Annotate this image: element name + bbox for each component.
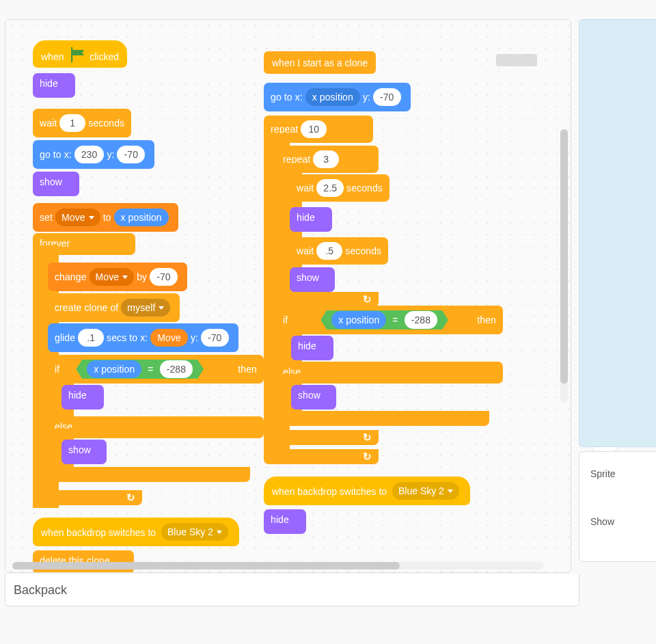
label: show xyxy=(297,273,319,282)
label: show xyxy=(40,177,62,187)
input-y[interactable]: -70 xyxy=(201,329,229,347)
var-dropdown[interactable]: Move xyxy=(90,268,135,286)
label: hide xyxy=(40,79,58,88)
reporter-xposition[interactable]: x position xyxy=(331,311,386,329)
reporter-xposition[interactable]: x position xyxy=(87,360,141,378)
input-val[interactable]: -70 xyxy=(150,268,178,286)
input-count[interactable]: 10 xyxy=(301,120,327,138)
label: if xyxy=(283,315,288,325)
label: go to x: xyxy=(271,92,303,102)
block-show[interactable]: show xyxy=(33,172,79,196)
block-show[interactable]: show xyxy=(291,385,336,410)
block-wait[interactable]: wait 1 seconds xyxy=(33,109,131,137)
label: seconds xyxy=(345,246,381,256)
dd-label: Blue Sky 2 xyxy=(398,485,444,496)
input-count[interactable]: 3 xyxy=(313,150,339,168)
label: hide xyxy=(271,515,289,524)
reporter-xposition[interactable]: x position xyxy=(114,209,169,226)
block-wait[interactable]: wait .5 seconds xyxy=(290,237,388,265)
label: show xyxy=(68,445,91,455)
forever-foot: ↻ xyxy=(33,490,142,505)
label: hide xyxy=(68,390,87,400)
label: when xyxy=(41,51,64,62)
label: wait xyxy=(297,246,314,256)
hat-backdrop-switches[interactable]: when backdrop switches to Blue Sky 2 xyxy=(33,518,239,546)
block-goto-xy[interactable]: go to x: 230 y: -70 xyxy=(33,140,154,169)
input-x[interactable]: 230 xyxy=(74,146,105,163)
block-hide[interactable]: hide xyxy=(264,509,306,534)
label: seconds xyxy=(88,118,124,128)
block-else[interactable]: else xyxy=(276,362,503,384)
wait-value[interactable]: .5 xyxy=(316,242,342,260)
workspace-frame: when clicked hide wait 1 seconds go to x… xyxy=(5,19,571,573)
label: create clone of xyxy=(55,303,118,312)
scrollbar-vertical[interactable] xyxy=(560,129,568,403)
sprite-label: Sprite xyxy=(590,468,616,479)
label: hide xyxy=(297,213,315,222)
block-hide[interactable]: hide xyxy=(62,385,104,410)
block-change-var[interactable]: change Move by -70 xyxy=(48,263,187,291)
loop-arrow-icon: ↻ xyxy=(126,492,135,504)
input-y[interactable]: -70 xyxy=(373,88,401,106)
label: when I start as a clone xyxy=(272,57,368,68)
var-dropdown[interactable]: Move xyxy=(55,209,100,226)
block-hide[interactable]: hide xyxy=(291,336,333,360)
block-glide[interactable]: glide .1 secs to x: Move y: -70 xyxy=(48,323,238,352)
backpack-panel[interactable]: Backpack xyxy=(5,574,579,606)
operator-equals[interactable]: x position = -288 xyxy=(320,310,448,330)
scrollbar-thumb[interactable] xyxy=(560,129,568,384)
label: when backdrop switches to xyxy=(272,486,387,497)
loop-arrow-icon: ↻ xyxy=(363,451,372,463)
label: change xyxy=(55,272,87,282)
block-else[interactable]: else xyxy=(48,416,264,438)
backdrop-dropdown[interactable]: Blue Sky 2 xyxy=(392,482,459,500)
block-set-var[interactable]: set Move to x position xyxy=(33,203,178,232)
block-goto-xy[interactable]: go to x: x position y: -70 xyxy=(264,83,411,111)
reporter-var[interactable]: Move xyxy=(150,329,188,347)
label: if xyxy=(55,364,59,374)
block-wait[interactable]: wait 2.5 seconds xyxy=(290,174,390,202)
block-if[interactable]: if x position = -288 then xyxy=(276,306,503,334)
block-workspace[interactable]: when clicked hide wait 1 seconds go to x… xyxy=(5,20,571,572)
label: clicked xyxy=(90,51,119,62)
input-val[interactable]: -288 xyxy=(405,311,437,329)
label: y: xyxy=(363,92,370,102)
block-if[interactable]: if x position = -288 then xyxy=(48,355,264,384)
label: y: xyxy=(107,150,114,159)
block-hide[interactable]: hide xyxy=(33,73,75,98)
clone-dropdown[interactable]: myself xyxy=(121,299,170,317)
hat-start-as-clone[interactable]: when I start as a clone xyxy=(264,51,376,74)
hat-when-flag-clicked[interactable]: when clicked xyxy=(33,40,127,68)
app-root: when clicked hide wait 1 seconds go to x… xyxy=(0,0,656,644)
wait-value[interactable]: 1 xyxy=(59,114,85,132)
label: set xyxy=(40,213,53,222)
label: secs to x: xyxy=(107,333,148,343)
backpack-label: Backpack xyxy=(14,583,67,598)
dd-label: Blue Sky 2 xyxy=(167,526,213,537)
label: wait xyxy=(297,183,314,193)
block-create-clone[interactable]: create clone of myself xyxy=(48,293,180,322)
scrollbar-thumb[interactable] xyxy=(12,562,400,569)
backdrop-dropdown[interactable]: Blue Sky 2 xyxy=(161,523,228,541)
label: to xyxy=(103,213,111,222)
hat-backdrop-switches[interactable]: when backdrop switches to Blue Sky 2 xyxy=(264,477,470,505)
input-val[interactable]: -288 xyxy=(160,360,193,378)
wait-value[interactable]: 2.5 xyxy=(316,179,344,197)
input-secs[interactable]: .1 xyxy=(78,329,104,347)
label: by xyxy=(137,272,147,282)
if-foot xyxy=(48,467,250,482)
stage-preview[interactable] xyxy=(579,19,656,447)
block-show[interactable]: show xyxy=(290,267,335,292)
dd-label: Move xyxy=(96,272,120,282)
operator-equals[interactable]: x position = -288 xyxy=(76,360,204,379)
label: then xyxy=(238,364,257,374)
block-hide[interactable]: hide xyxy=(290,207,332,232)
label: y: xyxy=(191,333,198,343)
scrollbar-horizontal[interactable] xyxy=(12,562,543,569)
input-y[interactable]: -70 xyxy=(117,146,145,163)
block-show[interactable]: show xyxy=(62,440,107,464)
label: hide xyxy=(298,341,316,351)
show-label: Show xyxy=(590,516,614,527)
comment-stub[interactable] xyxy=(496,54,537,66)
reporter-xposition[interactable]: x position xyxy=(305,88,360,106)
